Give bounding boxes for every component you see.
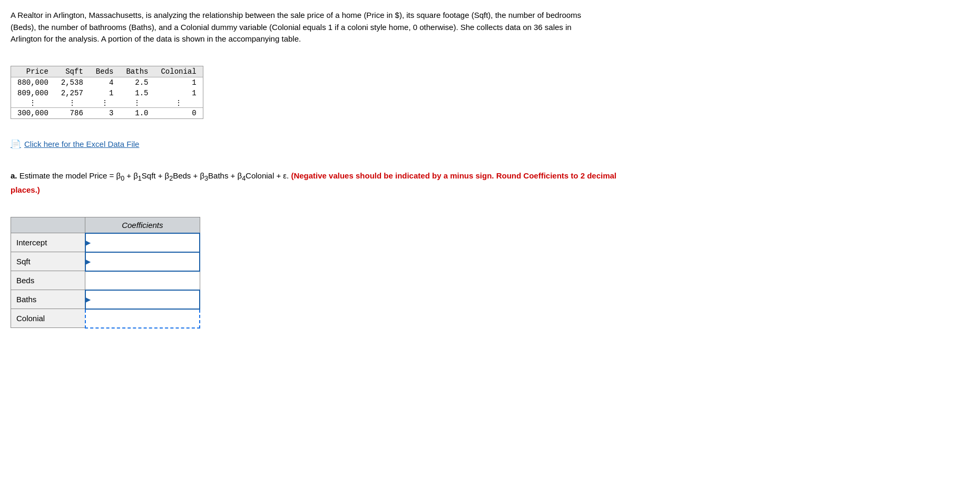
coeff-input-cell-baths[interactable]: ▶ <box>85 290 200 309</box>
intro-paragraph: A Realtor in Arlington, Massachusetts, i… <box>11 9 590 45</box>
beds-input[interactable] <box>85 272 199 290</box>
col-sqft: Sqft <box>55 66 90 77</box>
col-baths: Baths <box>120 66 154 77</box>
coeff-input-cell-colonial[interactable] <box>85 309 200 328</box>
table-row: 809,000 2,257 1 1.5 1 <box>11 88 203 98</box>
coeff-input-cell-sqft[interactable]: ▶ <box>85 252 200 271</box>
excel-link[interactable]: 📄 Click here for the Excel Data File <box>11 139 969 149</box>
col-beds: Beds <box>90 66 120 77</box>
table-row: 880,000 2,538 4 2.5 1 <box>11 77 203 88</box>
coeff-label-beds: Beds <box>11 271 85 290</box>
question-a: a. Estimate the model Price = β0 + β1Sqf… <box>11 170 643 196</box>
coeff-label-colonial: Colonial <box>11 309 85 328</box>
table-dots-row: ⋮ ⋮ ⋮ ⋮ ⋮ <box>11 98 203 108</box>
excel-link-text[interactable]: Click here for the Excel Data File <box>24 140 139 148</box>
colonial-input[interactable] <box>86 310 199 327</box>
coeff-label-sqft: Sqft <box>11 252 85 271</box>
coefficients-table: Coefficients Intercept ▶ Sqft ▶ <box>11 217 200 329</box>
col-price: Price <box>11 66 55 77</box>
intercept-input[interactable] <box>86 234 199 252</box>
coeff-row-baths: Baths ▶ <box>11 290 200 309</box>
coeff-header-coefficients: Coefficients <box>85 217 200 233</box>
coeff-input-cell-intercept[interactable]: ▶ <box>85 233 200 252</box>
excel-icon: 📄 <box>11 139 21 149</box>
question-label: a. <box>11 171 17 180</box>
coeff-row-sqft: Sqft ▶ <box>11 252 200 271</box>
table-last-row: 300,000 786 3 1.0 0 <box>11 107 203 118</box>
coeff-label-baths: Baths <box>11 290 85 309</box>
baths-input[interactable] <box>86 291 199 309</box>
coeff-input-cell-beds[interactable] <box>85 271 200 290</box>
coeff-label-intercept: Intercept <box>11 233 85 252</box>
coeff-header-empty <box>11 217 85 233</box>
coeff-row-colonial: Colonial <box>11 309 200 328</box>
coeff-row-intercept: Intercept ▶ <box>11 233 200 252</box>
col-colonial: Colonial <box>154 66 202 77</box>
sqft-input[interactable] <box>86 253 199 271</box>
coefficients-table-wrapper: Coefficients Intercept ▶ Sqft ▶ <box>11 217 200 329</box>
data-table-container: Price Sqft Beds Baths Colonial 880,000 2… <box>11 66 203 119</box>
question-body: Estimate the model Price = β0 + β1Sqft +… <box>19 171 291 180</box>
coeff-row-beds: Beds <box>11 271 200 290</box>
data-table: Price Sqft Beds Baths Colonial 880,000 2… <box>11 66 203 118</box>
